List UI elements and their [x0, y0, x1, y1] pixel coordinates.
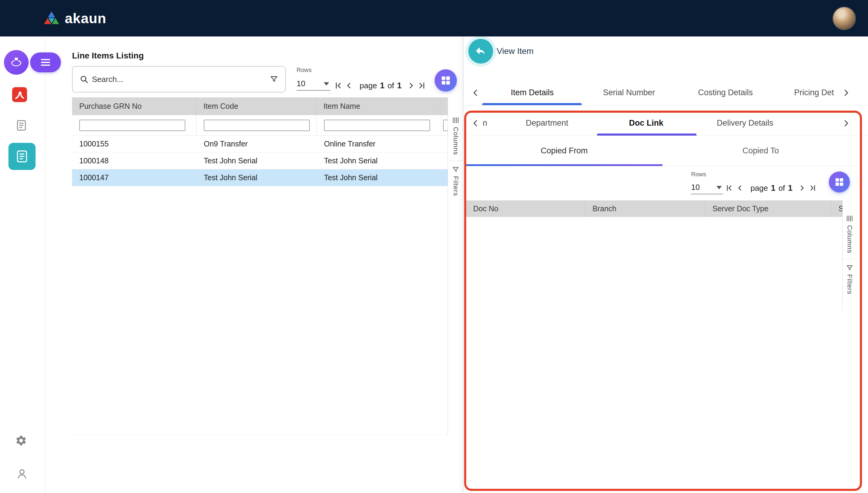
header-server-doc-type: Server Doc Type — [705, 200, 831, 217]
active-tab-underline — [482, 103, 582, 105]
active-copy-tab-underline — [466, 164, 663, 166]
settings-button[interactable] — [15, 434, 27, 448]
last-page-button[interactable] — [807, 183, 818, 193]
subtabs-scroll-left-button[interactable] — [471, 111, 480, 135]
filters-label: Filters — [846, 274, 853, 295]
prev-page-button[interactable] — [344, 80, 354, 91]
panel-title: View Item — [497, 46, 534, 56]
prev-page-button[interactable] — [735, 183, 745, 193]
rows-per-page-select[interactable]: 10 — [297, 77, 330, 91]
filter-icon — [452, 166, 460, 174]
document-icon-white — [15, 149, 29, 164]
tab-serial-number[interactable]: Serial Number — [603, 80, 655, 105]
page-indicator: page 1 of 1 — [357, 81, 403, 90]
cell-item-code: Test John Serial — [196, 156, 317, 165]
user-avatar[interactable] — [833, 7, 855, 29]
filter-icon[interactable] — [269, 75, 279, 84]
filter-input-extra[interactable] — [443, 120, 448, 131]
brand[interactable]: akaun — [44, 10, 106, 26]
table-header-row: Doc No Branch Server Doc Type St — [466, 200, 842, 217]
header-purchase-grn-no: Purchase GRN No — [72, 97, 196, 115]
tab-copied-from[interactable]: Copied From — [466, 135, 663, 166]
sidebar-item-pdf[interactable] — [12, 86, 28, 104]
hamburger-icon — [40, 56, 51, 68]
pagination: page 1 of 1 — [333, 79, 427, 92]
rows-per-page-select[interactable]: 10 — [691, 180, 723, 194]
secondary-tabs: n Department Doc Link Delivery Details — [463, 111, 868, 136]
header-item-name: Item Name — [316, 97, 440, 115]
search-input[interactable] — [92, 75, 266, 84]
module-hands-icon[interactable] — [4, 50, 29, 75]
tab-copied-to[interactable]: Copied To — [663, 135, 859, 166]
line-items-panel: Line Items Listing Rows 10 page 1 — [45, 37, 463, 493]
tab-costing-details[interactable]: Costing Details — [698, 80, 753, 105]
first-page-button[interactable] — [333, 80, 344, 91]
header-doc-no: Doc No — [466, 200, 585, 217]
rows-label: Rows — [297, 67, 312, 73]
hands-icon — [9, 56, 23, 69]
chevron-down-icon — [324, 82, 329, 86]
columns-icon — [845, 214, 854, 223]
header-item-code: Item Code — [196, 97, 316, 115]
tab-delivery-details[interactable]: Delivery Details — [717, 111, 773, 135]
table-row[interactable]: 1000155 On9 Transfer Online Transfer — [72, 135, 448, 152]
tab-department[interactable]: Department — [526, 111, 568, 135]
copy-tabs: Copied From Copied To — [466, 135, 859, 166]
sidebar — [0, 37, 45, 493]
filter-input-item-code[interactable] — [204, 120, 310, 131]
cell-grn: 1000148 — [72, 156, 196, 165]
tabs-scroll-left-button[interactable] — [471, 80, 480, 105]
cell-grn: 1000147 — [72, 173, 196, 182]
filter-row — [72, 115, 448, 135]
cell-item-name: Test John Serial — [317, 156, 441, 165]
page-indicator: page 1 of 1 — [748, 184, 794, 193]
line-items-table: Purchase GRN No Item Code Item Name 1000… — [72, 97, 448, 435]
active-subtab-underline — [597, 133, 696, 135]
sidebar-item-listing[interactable] — [15, 119, 28, 133]
menu-toggle-button[interactable] — [30, 52, 61, 72]
last-page-button[interactable] — [416, 80, 427, 91]
search-box — [72, 66, 286, 92]
sidebar-item-line-items-active[interactable] — [8, 143, 36, 170]
doc-link-table: Doc No Branch Server Doc Type St — [466, 200, 843, 310]
cell-item-code: Test John Serial — [196, 173, 317, 182]
table-side-strip: Columns Filters — [449, 97, 463, 435]
tab-doc-link[interactable]: Doc Link — [629, 111, 664, 135]
next-page-button[interactable] — [406, 80, 416, 91]
pagination: page 1 of 1 — [724, 181, 818, 195]
page-title: Line Items Listing — [72, 51, 144, 61]
grid-view-button[interactable] — [435, 69, 457, 92]
filter-input-item-name[interactable] — [324, 120, 430, 131]
tab-item-details[interactable]: Item Details — [511, 80, 554, 105]
first-page-button[interactable] — [724, 183, 735, 193]
rows-label: Rows — [691, 171, 706, 178]
rows-value: 10 — [297, 79, 305, 88]
filters-toggle[interactable]: Filters — [452, 166, 460, 196]
filter-input-grn[interactable] — [79, 120, 186, 131]
tab-pricing-details[interactable]: Pricing Det — [794, 80, 837, 105]
filters-toggle[interactable]: Filters — [846, 264, 853, 295]
back-button[interactable] — [468, 39, 493, 64]
columns-toggle[interactable]: Columns — [452, 116, 460, 155]
rows-value: 10 — [691, 183, 700, 192]
tabs-scroll-right-button[interactable] — [841, 80, 851, 105]
tab-clipped[interactable]: n — [482, 111, 487, 135]
table-row[interactable]: 1000148 Test John Serial Test John Seria… — [72, 152, 448, 169]
cell-item-code: On9 Transfer — [196, 140, 317, 148]
header-extra — [440, 97, 448, 115]
cell-grn: 1000155 — [72, 140, 196, 148]
account-button[interactable] — [16, 468, 28, 481]
gear-icon — [15, 434, 27, 447]
akaun-logo-icon — [44, 11, 59, 26]
columns-toggle[interactable]: Columns — [845, 214, 854, 253]
columns-icon — [452, 116, 460, 125]
next-page-button[interactable] — [797, 183, 807, 193]
grid-view-button[interactable] — [829, 171, 850, 193]
chevron-down-icon — [716, 186, 722, 189]
header-branch: Branch — [585, 200, 705, 217]
subtabs-scroll-right-button[interactable] — [841, 111, 851, 135]
table-row-selected[interactable]: 1000147 Test John Serial Test John Seria… — [72, 169, 448, 186]
document-icon — [15, 119, 28, 132]
columns-label: Columns — [846, 225, 853, 253]
person-icon — [16, 468, 28, 480]
